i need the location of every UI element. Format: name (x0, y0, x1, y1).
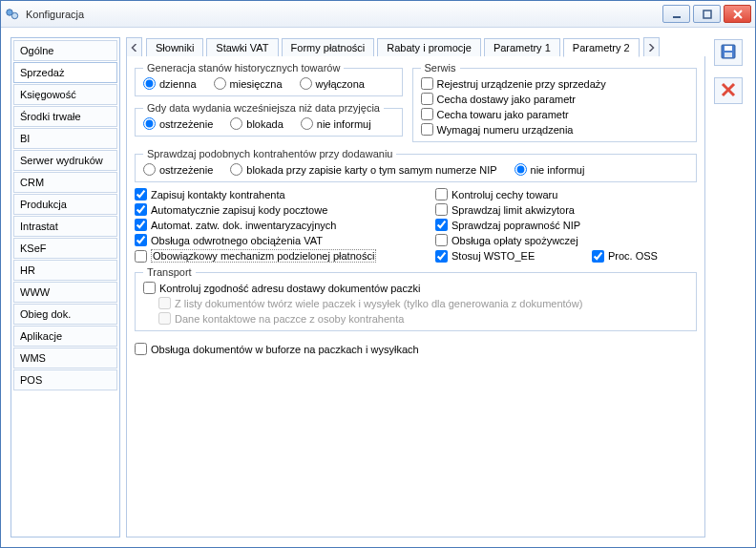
sidebar-item-ksiegowosc[interactable]: Księgowość (13, 84, 117, 105)
group-gdy-data: Gdy data wydania wcześniejsza niż data p… (135, 102, 403, 137)
group-serwis: Serwis Rejestruj urządzenie przy sprzeda… (412, 62, 698, 142)
maximize-button[interactable] (693, 5, 721, 23)
radio-wylaczona[interactable]: wyłączona (300, 77, 365, 90)
tab-parametry-1[interactable]: Parametry 1 (484, 38, 560, 57)
radio-nieinformuj-data[interactable]: nie informuj (301, 117, 371, 130)
radio-ostrzezenie-data[interactable]: ostrzeżenie (143, 117, 213, 130)
svg-point-1 (11, 12, 17, 18)
svg-rect-3 (704, 11, 711, 18)
tab-slowniki[interactable]: Słowniki (146, 38, 203, 57)
radio-nieinformuj-kontrahent[interactable]: nie informuj (514, 163, 585, 176)
radio-miesieczna[interactable]: miesięczna (214, 77, 283, 90)
sidebar-item-sprzedaz[interactable]: Sprzedaż (13, 62, 117, 83)
chk-wiele-paczek: Z listy dokumentów twórz wiele paczek i … (143, 297, 688, 309)
chk-wymagaj-numeru[interactable]: Wymagaj numeru urządzenia (421, 123, 689, 136)
tab-stawki-vat[interactable]: Stawki VAT (206, 38, 278, 57)
window-title: Konfiguracja (26, 9, 662, 20)
group-transport-legend: Transport (143, 266, 196, 278)
sidebar-item-intrastat[interactable]: Intrastat (13, 216, 117, 237)
sidebar-item-ksef[interactable]: KSeF (13, 238, 117, 259)
group-gdy-data-legend: Gdy data wydania wcześniejsza niż data p… (143, 102, 384, 114)
tab-scroll-right[interactable] (643, 37, 660, 57)
group-sprawdzaj-legend: Sprawdzaj podobnych kontrahentów przy do… (143, 148, 396, 159)
svg-rect-8 (724, 53, 732, 57)
chk-bufor-paczki[interactable]: Obsługa dokumentów w buforze na paczkach… (135, 343, 419, 355)
titlebar: Konfiguracja (1, 1, 755, 28)
window: Konfiguracja Ogólne Sprzedaż Księgowość … (0, 0, 756, 548)
chk-auto-kody-pocztowe[interactable]: Automatycznie zapisuj kody pocztowe (135, 203, 422, 216)
group-sprawdzaj: Sprawdzaj podobnych kontrahentów przy do… (135, 148, 697, 182)
svg-rect-7 (724, 46, 732, 51)
sidebar-item-wms[interactable]: WMS (13, 348, 117, 369)
radio-dzienna[interactable]: dzienna (143, 77, 197, 90)
radio-blokada-data[interactable]: blokada (230, 117, 284, 130)
radio-ostrzezenie-kontrahent[interactable]: ostrzeżenie (143, 163, 213, 176)
chk-sprawdzaj-limit[interactable]: Sprawdzaj limit akwizytora (435, 203, 578, 216)
sidebar-item-obieg-dok[interactable]: Obieg dok. (13, 304, 117, 325)
tab-formy-platnosci[interactable]: Formy płatności (282, 38, 375, 57)
minimize-button[interactable] (662, 5, 690, 23)
chk-cecha-towaru[interactable]: Cecha towaru jako parametr (421, 108, 689, 120)
sidebar-item-bi[interactable]: BI (13, 128, 117, 149)
chk-odwrotne-obciazenie[interactable]: Obsługa odwrotnego obciążenia VAT (135, 234, 422, 246)
sidebar-item-hr[interactable]: HR (13, 260, 117, 281)
chk-kontroluj-adres-dostawy[interactable]: Kontroluj zgodność adresu dostawy dokume… (143, 282, 688, 294)
sidebar-item-crm[interactable]: CRM (13, 172, 117, 193)
chk-kontroluj-cechy[interactable]: Kontroluj cechy towaru (435, 188, 578, 200)
group-generacja: Generacja stanów historycznych towarów d… (135, 62, 403, 96)
close-icon (721, 82, 736, 99)
group-transport: Transport Kontroluj zgodność adresu dost… (135, 266, 697, 331)
save-icon (720, 43, 737, 62)
sidebar-item-serwer-wydrukow[interactable]: Serwer wydruków (13, 150, 117, 171)
sidebar-item-aplikacje[interactable]: Aplikacje (13, 326, 117, 347)
app-icon (5, 7, 20, 22)
save-button[interactable] (714, 39, 743, 66)
chk-dane-kontaktowe-paczka: Dane kontaktowe na paczce z osoby kontra… (143, 312, 688, 325)
sidebar-item-www[interactable]: WWW (13, 282, 117, 303)
close-button[interactable] (724, 5, 751, 23)
tab-scroll-left[interactable] (126, 37, 142, 57)
chk-oplata-spozywcza[interactable]: Obsługa opłaty spożywczej (435, 234, 578, 246)
chk-cecha-dostawy[interactable]: Cecha dostawy jako parametr (421, 93, 689, 105)
sidebar-item-produkcja[interactable]: Produkcja (13, 194, 117, 215)
chk-wsto-ee[interactable]: Stosuj WSTO_EE (435, 249, 578, 263)
chk-proc-oss[interactable]: Proc. OSS (592, 249, 697, 263)
sidebar-item-ogolne[interactable]: Ogólne (13, 40, 117, 61)
cancel-button[interactable] (714, 77, 743, 104)
chk-automat-zatw[interactable]: Automat. zatw. dok. inwentaryzacyjnych (135, 219, 422, 231)
sidebar-item-srodki-trwale[interactable]: Środki trwałe (13, 106, 117, 127)
chk-sprawdzaj-nip[interactable]: Sprawdzaj poprawność NIP (435, 219, 578, 231)
tab-rabaty[interactable]: Rabaty i promocje (377, 38, 481, 57)
tab-content: Generacja stanów historycznych towarów d… (126, 56, 705, 537)
chk-podzielona-platnosc[interactable]: Obowiązkowy mechanizm podzielonej płatno… (135, 249, 422, 263)
sidebar-item-pos[interactable]: POS (13, 369, 117, 390)
chk-rejestruj-urzadzenie[interactable]: Rejestruj urządzenie przy sprzedaży (421, 77, 689, 90)
chk-zapisuj-kontakty[interactable]: Zapisuj kontakty kontrahenta (135, 188, 422, 200)
group-generacja-legend: Generacja stanów historycznych towarów (143, 62, 344, 74)
group-serwis-legend: Serwis (421, 62, 460, 74)
sidebar: Ogólne Sprzedaż Księgowość Środki trwałe… (10, 37, 120, 537)
tab-parametry-2[interactable]: Parametry 2 (563, 38, 640, 57)
radio-blokada-nip[interactable]: blokada przy zapisie karty o tym samym n… (230, 163, 496, 176)
